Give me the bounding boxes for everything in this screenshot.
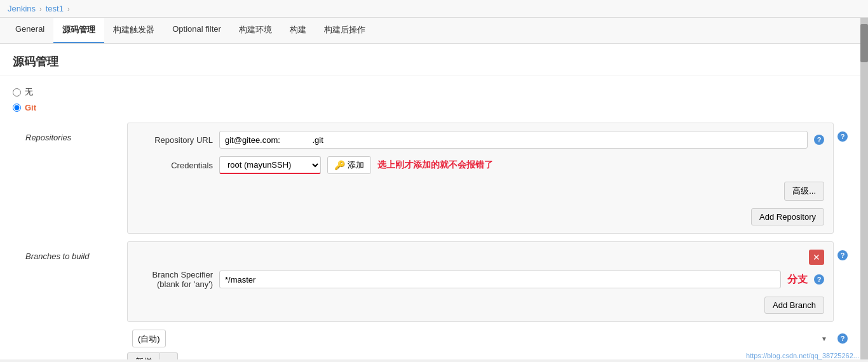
add-repository-button[interactable]: Add Repository xyxy=(751,208,824,225)
config-area: 无 Git Repositories Repository URL xyxy=(0,76,860,359)
tab-build[interactable]: 构建 xyxy=(281,18,315,43)
new-button[interactable]: 新增 xyxy=(127,352,160,359)
add-branch-button[interactable]: Add Branch xyxy=(764,297,824,314)
auto-select-help-icon[interactable]: ? xyxy=(837,333,848,344)
key-icon: 🔑 xyxy=(334,160,345,170)
advanced-btn-row: 高级... xyxy=(137,182,824,204)
auto-select-wrapper: (自动) xyxy=(132,330,832,347)
tab-general[interactable]: General xyxy=(6,18,53,43)
repo-url-help-icon[interactable]: ? xyxy=(814,135,824,145)
radio-none-label: 无 xyxy=(25,86,33,98)
credentials-annotation: 选上刚才添加的就不会报错了 xyxy=(377,159,493,171)
add-credential-button[interactable]: 🔑 添加 xyxy=(327,156,371,174)
breadcrumb-jenkins[interactable]: Jenkins xyxy=(8,4,36,13)
branches-row: Branches to build ✕ Branch Specifier (bl… xyxy=(25,241,834,322)
new-btn-row: 新增 ▼ xyxy=(25,352,848,359)
branches-help-icon[interactable]: ? xyxy=(837,250,848,260)
branches-annotation: 分支 xyxy=(787,273,808,286)
watermark: https://blog.csdn.net/qq_38725262... xyxy=(746,352,859,359)
branches-section: Branches to build ✕ Branch Specifier (bl… xyxy=(13,241,848,322)
remove-branch-button[interactable]: ✕ xyxy=(809,250,824,265)
radio-git-input[interactable] xyxy=(13,104,21,112)
breadcrumb: Jenkins › test1 › xyxy=(0,0,868,18)
radio-none-input[interactable] xyxy=(13,88,21,97)
radio-git[interactable]: Git xyxy=(13,103,848,112)
credentials-row: Credentials root (mayunSSH) 🔑 添加 选上刚才添加的… xyxy=(137,156,824,174)
tab-trigger[interactable]: 构建触发器 xyxy=(104,18,163,43)
branches-help-col: ? xyxy=(837,241,848,260)
tabs-bar: General 源码管理 构建触发器 Optional filter 构建环境 … xyxy=(0,18,860,44)
add-repo-btn-row: Add Repository xyxy=(137,208,824,225)
auto-select-row: (自动) ? xyxy=(25,330,848,347)
repositories-help-icon[interactable]: ? xyxy=(837,131,848,142)
advanced-button[interactable]: 高级... xyxy=(784,182,824,201)
repo-url-label: Repository URL xyxy=(137,135,213,145)
repo-url-row: Repository URL ? xyxy=(137,131,824,149)
tab-post[interactable]: 构建后操作 xyxy=(315,18,374,43)
branch-specifier-input[interactable] xyxy=(219,271,781,288)
credentials-select[interactable]: root (mayunSSH) xyxy=(219,156,321,174)
add-credential-label: 添加 xyxy=(348,159,364,171)
tab-optional[interactable]: Optional filter xyxy=(163,18,230,43)
scrollbar-thumb[interactable] xyxy=(860,24,868,62)
radio-git-label: Git xyxy=(25,103,36,112)
main-content: General 源码管理 构建触发器 Optional filter 构建环境 … xyxy=(0,18,860,359)
scm-radio-group: 无 Git xyxy=(13,86,848,112)
repo-url-input[interactable] xyxy=(219,131,808,149)
add-branch-btn-row: Add Branch xyxy=(137,297,824,314)
repositories-section: Repositories Repository URL ? Credential… xyxy=(13,123,848,234)
auto-select-empty-label xyxy=(25,333,127,344)
breadcrumb-arrow2: › xyxy=(67,5,70,13)
branches-box: ✕ Branch Specifier (blank for 'any') 分支 … xyxy=(127,241,834,322)
credentials-select-wrapper: root (mayunSSH) xyxy=(219,156,321,174)
branch-specifier-help-icon[interactable]: ? xyxy=(814,274,824,285)
repositories-help-col: ? xyxy=(837,123,848,142)
page-title: 源码管理 xyxy=(0,44,860,76)
breadcrumb-arrow1: › xyxy=(39,5,42,13)
new-btn-empty-label xyxy=(25,352,127,359)
repositories-box: Repository URL ? Credentials root (mayun… xyxy=(127,123,834,234)
branch-specifier-row: Branch Specifier (blank for 'any') 分支 ? xyxy=(137,270,824,289)
new-dropdown-button[interactable]: ▼ xyxy=(160,352,178,359)
radio-none[interactable]: 无 xyxy=(13,86,848,98)
credentials-label: Credentials xyxy=(137,161,213,170)
branches-label: Branches to build xyxy=(25,241,127,322)
breadcrumb-test1[interactable]: test1 xyxy=(46,4,64,13)
repositories-label: Repositories xyxy=(25,123,127,234)
tab-source[interactable]: 源码管理 xyxy=(53,18,104,43)
branch-specifier-label: Branch Specifier (blank for 'any') xyxy=(137,270,213,289)
scrollbar-track[interactable] xyxy=(860,18,868,359)
auto-select[interactable]: (自动) xyxy=(132,330,166,347)
repositories-row: Repositories Repository URL ? Credential… xyxy=(25,123,834,234)
tab-env[interactable]: 构建环境 xyxy=(230,18,281,43)
branch-box-header: ✕ xyxy=(137,250,824,265)
